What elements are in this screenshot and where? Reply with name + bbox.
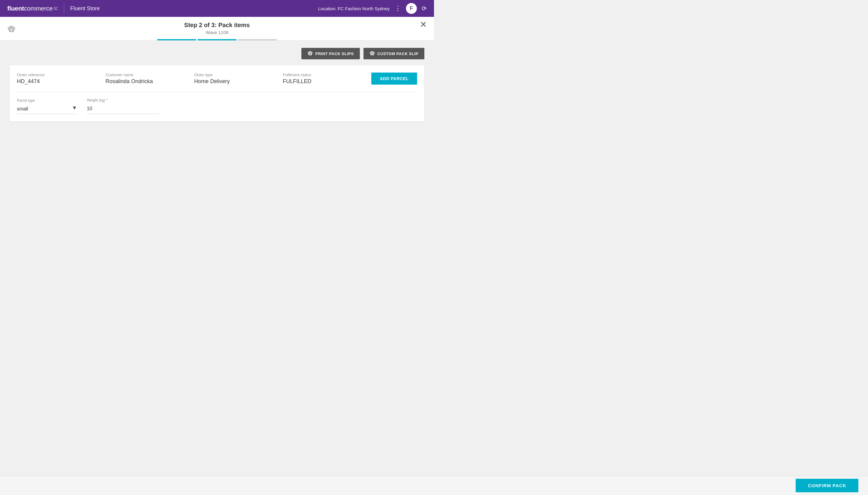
avatar-letter: F	[410, 6, 413, 11]
order-reference-value: HD_4474	[17, 78, 105, 85]
parcel-type-group: Parcel type small medium large ▼	[17, 99, 77, 114]
parcel-type-select-wrapper: small medium large ▼	[17, 104, 77, 114]
custom-pack-slip-label: CUSTOM PACK SLIP	[377, 51, 418, 56]
parcel-form-row: Parcel type small medium large ▼ Weight …	[17, 98, 417, 114]
svg-rect-5	[371, 54, 373, 55]
avatar[interactable]: F	[406, 3, 417, 14]
step-progress	[157, 39, 277, 40]
print-header-icon	[7, 25, 16, 36]
fulfilment-status-label: Fulfilment status	[283, 72, 371, 77]
print-pack-slips-button[interactable]: PRINT PACK SLIPS	[301, 48, 360, 59]
weight-label: Weight (kg) *	[87, 98, 159, 102]
navbar-divider	[64, 4, 64, 13]
toolbar-row: PRINT PACK SLIPS CUSTOM PACK SLIP	[10, 48, 424, 59]
step-title: Step 2 of 3: Pack items	[184, 22, 250, 29]
brand-logo[interactable]: fluentcommerce	[7, 5, 58, 12]
customer-name-group: Customer name Rosalinda Ondricka	[105, 72, 194, 85]
print-icon	[307, 51, 313, 56]
order-type-group: Order type Home Delivery	[194, 72, 283, 85]
weight-group: Weight (kg) *	[87, 98, 159, 114]
svg-rect-3	[309, 54, 311, 55]
print-pack-slips-label: PRINT PACK SLIPS	[315, 51, 354, 56]
location-label: Location: FC Fashion North Sydney	[318, 6, 390, 11]
step-bar-1	[157, 39, 196, 40]
step-header: Step 2 of 3: Pack items Wave 1109 ✕	[0, 17, 434, 41]
card-divider	[17, 92, 417, 92]
more-options-icon[interactable]: ⋮	[394, 5, 401, 12]
navbar: fluentcommerce Fluent Store Location: FC…	[0, 0, 434, 17]
brand-icon	[54, 7, 58, 10]
step-bar-3	[238, 39, 277, 40]
step-bar-2	[197, 39, 236, 40]
svg-rect-1	[10, 30, 13, 32]
add-parcel-button[interactable]: ADD PARCEL	[371, 72, 417, 85]
customer-name-value: Rosalinda Ondricka	[105, 78, 194, 85]
brand-fluent: fluent	[7, 5, 24, 12]
customer-name-label: Customer name	[105, 72, 194, 77]
order-info-row: Order reference HD_4474 Customer name Ro…	[17, 72, 417, 85]
brand-commerce: commerce	[24, 5, 53, 12]
main-content: PRINT PACK SLIPS CUSTOM PACK SLIP Order …	[0, 41, 434, 225]
app-name: Fluent Store	[70, 5, 100, 12]
order-reference-label: Order reference	[17, 72, 105, 77]
parcel-type-label: Parcel type	[17, 99, 77, 103]
custom-pack-slip-button[interactable]: CUSTOM PACK SLIP	[363, 48, 424, 59]
order-type-label: Order type	[194, 72, 283, 77]
refresh-icon[interactable]: ⟳	[422, 5, 427, 12]
order-reference-group: Order reference HD_4474	[17, 72, 105, 85]
order-type-value: Home Delivery	[194, 78, 283, 85]
step-subtitle: Wave 1109	[206, 30, 228, 35]
brand-name: fluentcommerce	[7, 5, 53, 12]
add-parcel-label: ADD PARCEL	[380, 76, 409, 81]
navbar-right: Location: FC Fashion North Sydney ⋮ F ⟳	[318, 3, 427, 14]
weight-input[interactable]	[87, 104, 159, 114]
close-button[interactable]: ✕	[420, 20, 427, 29]
fulfilment-status-group: Fulfilment status FULFILLED	[283, 72, 371, 85]
print-icon-2	[370, 51, 375, 56]
fulfilment-status-value: FULFILLED	[283, 78, 371, 85]
parcel-type-select[interactable]: small medium large	[17, 104, 77, 114]
order-card: Order reference HD_4474 Customer name Ro…	[10, 65, 424, 121]
